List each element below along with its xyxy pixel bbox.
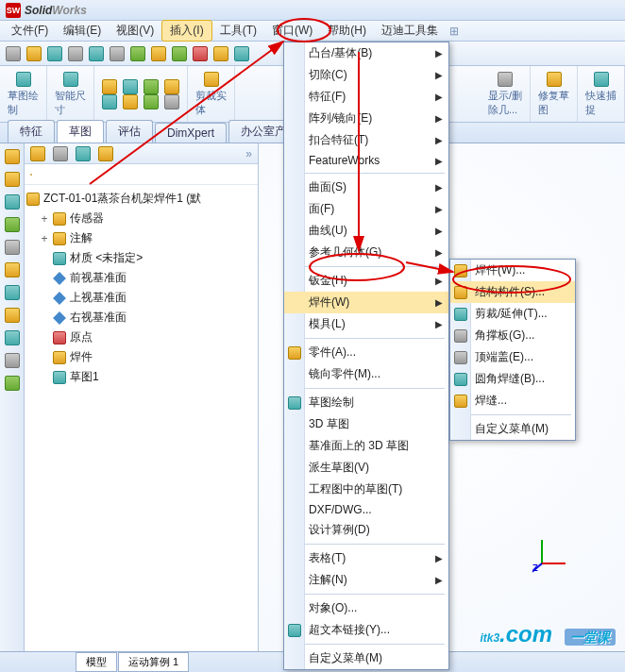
menu-tools[interactable]: 工具(T)	[212, 21, 264, 41]
menu-item-sketchdraw[interactable]: 草图绘制	[284, 392, 448, 413]
menu-item-designtable[interactable]: 设计算例(D)	[284, 519, 448, 541]
menu-edit[interactable]: 编辑(E)	[56, 21, 109, 41]
submenu-bead[interactable]: 焊缝...	[450, 390, 575, 412]
tab-feature[interactable]: 特征	[8, 120, 55, 143]
measure-icon[interactable]	[234, 46, 249, 61]
menu-item-sketch3donplane[interactable]: 基准面上的 3D 草图	[284, 435, 448, 457]
tree-right-plane[interactable]: 右视基准面	[26, 308, 256, 328]
tree-collapse-icon[interactable]: »	[245, 147, 252, 160]
menu-view[interactable]: 视图(V)	[109, 21, 161, 41]
menu-item-refgeom[interactable]: 参考几何体(G)▶	[284, 242, 448, 263]
rebuild-icon[interactable]	[89, 46, 104, 61]
grid-icon[interactable]	[213, 46, 228, 61]
menu-item-pattern[interactable]: 阵列/镜向(E)▶	[284, 108, 448, 129]
point-icon[interactable]	[164, 94, 179, 109]
menu-item-feature[interactable]: 特征(F)▶	[284, 86, 448, 108]
filter-icon[interactable]	[30, 174, 32, 176]
sketch-icon[interactable]	[16, 72, 31, 87]
menu-window[interactable]: 窗口(W)	[264, 21, 320, 41]
snap-icon[interactable]	[594, 72, 609, 87]
tree-root[interactable]: ZCT-01-01蒸茶台机架焊件1 (默	[26, 189, 256, 209]
tree-tab-config-icon[interactable]	[53, 146, 68, 161]
menu-file[interactable]: 文件(F)	[4, 21, 56, 41]
submenu-trimextend[interactable]: 剪裁/延伸(T)...	[450, 303, 575, 325]
tree-top-plane[interactable]: 上视基准面	[26, 288, 256, 308]
vtool-icon-5[interactable]	[5, 240, 20, 255]
submenu-customize[interactable]: 自定义菜单(M)	[450, 418, 575, 440]
menu-overflow-icon[interactable]: ⊞	[449, 25, 459, 38]
menu-help[interactable]: 帮助(H)	[320, 21, 374, 41]
menu-item-boss[interactable]: 凸台/基体(B)▶	[284, 42, 448, 64]
submenu-endcap[interactable]: 顶端盖(E)...	[450, 346, 575, 368]
tree-tab-history-icon[interactable]	[98, 146, 113, 161]
arc-icon[interactable]	[164, 79, 179, 94]
menu-item-table[interactable]: 表格(T)▶	[284, 547, 448, 569]
tree-sketch1[interactable]: 草图1	[26, 367, 256, 387]
menu-midi-tools[interactable]: 迈迪工具集	[374, 21, 446, 41]
menu-item-dxf[interactable]: DXF/DWG...	[284, 500, 448, 519]
menu-item-mirrorpart[interactable]: 镜向零件(M)...	[284, 363, 448, 385]
menu-item-curve[interactable]: 曲线(U)▶	[284, 220, 448, 242]
open-icon[interactable]	[26, 46, 42, 61]
menu-item-sketchindrawing[interactable]: 工程图中的草图(T)	[284, 479, 448, 500]
menu-item-annotation[interactable]: 注解(N)▶	[284, 569, 448, 591]
submenu-fillet[interactable]: 圆角焊缝(B)...	[450, 368, 575, 390]
menu-item-fasten[interactable]: 扣合特征(T)▶	[284, 129, 448, 151]
repair-icon[interactable]	[547, 72, 562, 87]
tab-evaluate[interactable]: 评估	[106, 120, 153, 143]
menu-item-derivesketch[interactable]: 派生草图(V)	[284, 457, 448, 479]
spline-icon[interactable]	[102, 94, 117, 109]
new-file-icon[interactable]	[6, 46, 21, 61]
tree-tab-display-icon[interactable]	[76, 146, 91, 161]
submenu-structural[interactable]: 结构构件(S)...	[450, 281, 575, 303]
menu-item-weldment[interactable]: 焊件(W)▶	[284, 292, 448, 313]
rect-icon[interactable]	[123, 79, 138, 94]
tree-annotation[interactable]: +注解	[26, 228, 256, 248]
trim-icon[interactable]	[204, 72, 219, 87]
menu-item-featureworks[interactable]: FeatureWorks▶	[284, 151, 448, 170]
vtool-icon-3[interactable]	[5, 194, 20, 210]
save-icon[interactable]	[47, 46, 62, 61]
menu-item-cut[interactable]: 切除(C)▶	[284, 64, 448, 86]
tree-weldment[interactable]: 焊件	[26, 347, 256, 367]
btab-model[interactable]: 模型	[76, 652, 117, 672]
tree-origin[interactable]: 原点	[26, 328, 256, 347]
display-icon[interactable]	[498, 72, 513, 87]
appearance-icon[interactable]	[130, 46, 145, 61]
vtool-icon-2[interactable]	[5, 172, 20, 187]
menu-item-object[interactable]: 对象(O)...	[284, 597, 448, 619]
submenu-weldment[interactable]: 焊件(W)...	[450, 260, 575, 281]
menu-item-sheetmetal[interactable]: 钣金(H)▶	[284, 270, 448, 292]
submenu-gusset[interactable]: 角撑板(G)...	[450, 325, 575, 346]
polygon-icon[interactable]	[144, 94, 159, 109]
slot-icon[interactable]	[123, 94, 138, 109]
circle-icon[interactable]	[144, 79, 159, 94]
vtool-icon-8[interactable]	[5, 308, 20, 323]
tab-sketch[interactable]: 草图	[57, 120, 104, 143]
btab-motion[interactable]: 运动算例 1	[118, 652, 189, 672]
tree-front-plane[interactable]: 前视基准面	[26, 268, 256, 288]
menu-item-hyperlink[interactable]: 超文本链接(Y)...	[284, 619, 448, 641]
section-icon[interactable]	[172, 46, 187, 61]
menu-item-face[interactable]: 面(F)▶	[284, 198, 448, 220]
tool-icon[interactable]	[151, 46, 166, 61]
menu-item-part[interactable]: 零件(A)...	[284, 342, 448, 363]
line-icon[interactable]	[102, 79, 117, 94]
tab-dimxpert[interactable]: DimXpert	[155, 123, 227, 143]
vtool-icon-4[interactable]	[5, 217, 20, 232]
print-icon[interactable]	[68, 46, 83, 61]
smart-dim-icon[interactable]	[63, 72, 78, 87]
vtool-icon-10[interactable]	[5, 353, 20, 368]
tree-tab-feature-icon[interactable]	[30, 146, 45, 161]
menu-item-mold[interactable]: 模具(L)▶	[284, 313, 448, 335]
vtool-icon-9[interactable]	[5, 330, 20, 345]
vtool-icon-7[interactable]	[5, 285, 20, 300]
tree-material[interactable]: 材质 <未指定>	[26, 248, 256, 268]
tree-sensor[interactable]: +传感器	[26, 209, 256, 228]
vtool-icon-6[interactable]	[5, 262, 20, 277]
record-icon[interactable]	[193, 46, 208, 61]
options-icon[interactable]	[110, 46, 125, 61]
menu-item-surface[interactable]: 曲面(S)▶	[284, 176, 448, 198]
menu-item-customize[interactable]: 自定义菜单(M)	[284, 647, 448, 669]
menu-item-sketch3d[interactable]: 3D 草图	[284, 413, 448, 435]
